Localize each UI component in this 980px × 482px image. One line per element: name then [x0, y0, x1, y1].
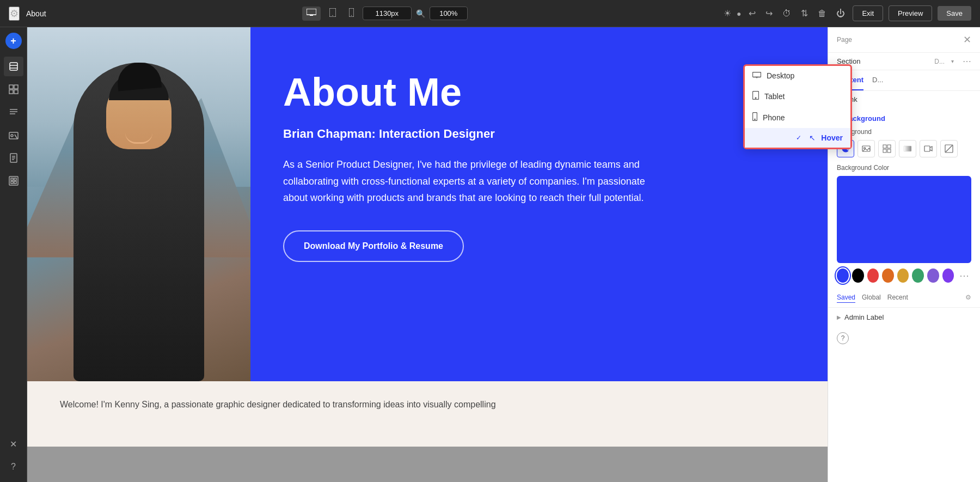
main-layout: + ✕ ?: [0, 27, 980, 482]
save-button[interactable]: Save: [938, 6, 971, 21]
viewport-input[interactable]: [363, 7, 412, 20]
bg-type-image-button[interactable]: [857, 140, 875, 157]
color-tab-recent[interactable]: Recent: [887, 294, 908, 303]
svg-rect-0: [307, 9, 316, 15]
hero-title: About Me: [283, 71, 795, 114]
sidebar-item-pages[interactable]: [4, 148, 23, 168]
sun-icon: ☀: [724, 8, 731, 19]
history-button[interactable]: ⏱: [780, 7, 793, 21]
svg-rect-30: [887, 145, 891, 148]
desktop-device-btn[interactable]: [302, 7, 321, 21]
close-panel-button[interactable]: ✕: [963, 34, 971, 46]
color-swatch-green[interactable]: [912, 269, 924, 283]
dropdown-item-hover[interactable]: ✓ ↖ Hover: [828, 128, 850, 148]
sidebar-item-elements[interactable]: [4, 80, 23, 99]
color-swatch-violet[interactable]: [942, 269, 954, 283]
bg-type-none-button[interactable]: [940, 140, 958, 157]
dots-menu-icon[interactable]: ⋯: [963, 56, 971, 66]
below-hero-section: Welcome! I'm Kenny Sing, a passionate gr…: [27, 381, 828, 447]
color-swatch-black[interactable]: [852, 269, 864, 283]
redo-button[interactable]: ↪: [763, 6, 775, 21]
background-section-title: ▾ Background: [837, 114, 971, 123]
gear-button[interactable]: ⚙: [9, 7, 20, 21]
color-swatch-yellow[interactable]: [897, 269, 909, 283]
svg-point-3: [332, 15, 333, 16]
section-id-label: D...: [934, 58, 945, 65]
svg-line-36: [946, 145, 952, 152]
hero-subtitle: Brian Chapman: Interaction Designer: [283, 127, 795, 141]
sidebar-add-button[interactable]: +: [5, 33, 22, 49]
color-settings-icon[interactable]: ⚙: [965, 294, 971, 303]
svg-rect-6: [10, 63, 17, 70]
help-row: ?: [828, 327, 980, 350]
svg-rect-29: [883, 145, 886, 148]
canvas-content: About Me Brian Chapman: Interaction Desi…: [27, 27, 828, 447]
zoom-input[interactable]: [430, 7, 468, 20]
chevron-down-icon: ▾: [951, 58, 954, 64]
sidebar-item-help[interactable]: ?: [4, 457, 23, 477]
color-swatch-purple[interactable]: [927, 269, 939, 283]
sidebar-item-text[interactable]: [4, 102, 23, 122]
hero-text-side: About Me Brian Chapman: Interaction Desi…: [250, 27, 828, 381]
admin-chevron-right-icon: ▶: [837, 314, 841, 320]
device-state-dropdown: Desktop Tablet Phone ✓ ↖ Hover: [828, 64, 852, 149]
color-tab-global[interactable]: Global: [862, 294, 881, 303]
panel-header: Page ✕: [828, 27, 980, 53]
undo-button[interactable]: ↩: [746, 6, 758, 21]
svg-rect-11: [9, 90, 13, 94]
svg-rect-25: [11, 181, 13, 184]
dropdown-item-tablet[interactable]: Tablet: [828, 86, 850, 107]
hero-cta-button[interactable]: Download My Portfolio & Resume: [283, 230, 464, 262]
power-button[interactable]: ⏻: [834, 7, 847, 21]
admin-label: Admin Label: [844, 313, 884, 321]
svg-rect-12: [14, 90, 18, 94]
background-type-row: [837, 140, 971, 157]
hero-section: About Me Brian Chapman: Interaction Desi…: [27, 27, 828, 381]
dropdown-hover-label: Hover: [828, 133, 843, 142]
bg-type-video-button[interactable]: [920, 140, 937, 157]
bg-color-swatch[interactable]: [837, 176, 971, 263]
canvas-area[interactable]: About Me Brian Chapman: Interaction Desi…: [27, 27, 828, 482]
color-swatch-orange[interactable]: [882, 269, 894, 283]
help-icon[interactable]: ?: [837, 332, 849, 344]
svg-rect-26: [14, 181, 16, 184]
left-sidebar: + ✕ ?: [0, 27, 27, 482]
sidebar-item-templates[interactable]: [4, 171, 23, 191]
dropdown-item-desktop[interactable]: Desktop: [828, 66, 850, 86]
bg-color-label: Background Color: [837, 164, 971, 172]
bg-type-pattern-button[interactable]: [878, 140, 896, 157]
svg-rect-31: [883, 149, 886, 152]
right-panel: Page ✕ Section D... ▾ ⋯ Content D... ▶ L…: [828, 27, 980, 482]
color-swatch-blue[interactable]: [837, 269, 849, 283]
topbar: ⚙ About 🔍 ☀ ● ↩ ↪ ⏱ ⇅ 🗑 ⏻ Exit Preview S…: [0, 0, 980, 27]
svg-rect-10: [14, 85, 18, 89]
color-swatch-red[interactable]: [867, 269, 879, 283]
sidebar-item-media[interactable]: [4, 125, 23, 145]
tab-design[interactable]: D...: [872, 70, 883, 90]
more-colors-button[interactable]: ⋯: [957, 270, 971, 282]
exit-button[interactable]: Exit: [853, 5, 883, 21]
hero-description: As a Senior Product Designer, I've had t…: [283, 156, 653, 206]
topbar-right: ☀ ● ↩ ↪ ⏱ ⇅ 🗑 ⏻ Exit Preview Save: [724, 5, 971, 21]
svg-rect-1: [310, 15, 313, 16]
dropdown-item-phone[interactable]: Phone: [828, 107, 850, 128]
hero-image: [27, 27, 250, 381]
delete-button[interactable]: 🗑: [816, 7, 829, 21]
svg-point-17: [11, 135, 13, 137]
svg-point-5: [351, 15, 352, 15]
moon-icon: ●: [737, 9, 741, 18]
svg-rect-33: [904, 146, 911, 151]
svg-rect-32: [887, 149, 891, 152]
responsive-button[interactable]: ⇅: [799, 6, 810, 21]
panel-header-left: Page: [837, 36, 852, 44]
color-palette-row: ⋯: [837, 269, 971, 283]
preview-button[interactable]: Preview: [889, 5, 932, 21]
sidebar-item-integrations[interactable]: ✕: [4, 434, 23, 454]
sidebar-item-layers[interactable]: [4, 57, 23, 76]
tablet-device-btn[interactable]: [325, 6, 340, 21]
background-label: Background: [837, 128, 971, 136]
admin-label-row[interactable]: ▶ Admin Label: [828, 307, 980, 327]
phone-device-btn[interactable]: [345, 6, 358, 21]
bg-type-gradient-button[interactable]: [899, 140, 916, 157]
color-tab-saved[interactable]: Saved: [837, 294, 855, 303]
